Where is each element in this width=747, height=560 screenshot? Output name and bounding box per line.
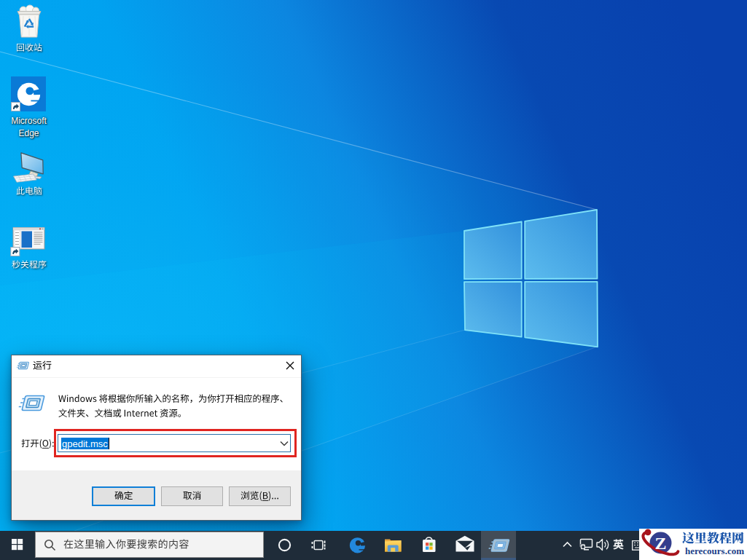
svg-text:Z: Z bbox=[654, 534, 666, 553]
